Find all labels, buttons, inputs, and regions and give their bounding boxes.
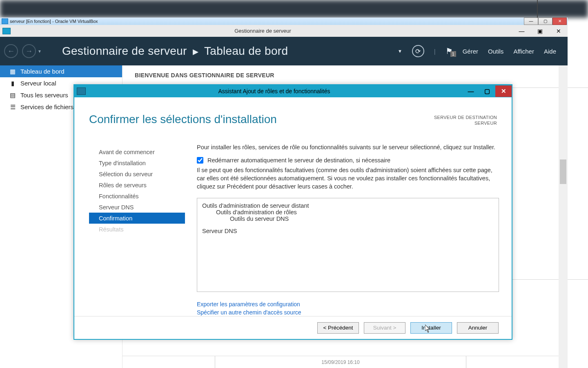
wizard-step-server-selection[interactable]: Sélection du serveur xyxy=(89,168,185,180)
wizard-step-results: Résultats xyxy=(89,224,185,235)
virtualbox-maximize-button[interactable]: ▢ xyxy=(538,18,552,25)
band-separator: | xyxy=(434,48,436,55)
wizard-window-controls: — ▢ ✕ xyxy=(463,85,512,97)
virtualbox-minimize-button[interactable]: — xyxy=(524,18,538,25)
wizard-intro-paragraph: Pour installer les rôles, services de rô… xyxy=(197,143,499,151)
previous-button[interactable]: < Précédent xyxy=(317,322,359,334)
wizard-titlebar: Assistant Ajout de rôles et de fonctionn… xyxy=(74,85,512,97)
wizard-links: Exporter les paramètres de configuration… xyxy=(197,300,499,316)
virtualbox-title: serveur [En fonction] - Oracle VM Virtua… xyxy=(10,19,98,24)
wizard-note-paragraph: Il se peut que des fonctionnalités facul… xyxy=(197,166,499,191)
wizard-header: Confirmer les sélections d'installation … xyxy=(74,97,512,130)
wizard-step-install-type[interactable]: Type d'installation xyxy=(89,157,185,168)
list-item: Serveur DNS xyxy=(202,228,494,234)
list-item: Outils d'administration de rôles xyxy=(216,209,494,215)
server-manager-minimize-button[interactable]: — xyxy=(512,25,531,36)
cancel-button[interactable]: Annuler xyxy=(457,322,499,334)
servers-icon: ▤ xyxy=(9,92,16,98)
restart-checkbox-label: Redémarrer automatiquement le serveur de… xyxy=(207,157,390,164)
wizard-page-title: Confirmer les sélections d'installation xyxy=(89,113,277,126)
refresh-button[interactable]: ⟳ xyxy=(412,45,424,57)
server-manager-band: ← → ▼ Gestionnaire de serveur ▸ Tableau … xyxy=(0,37,568,65)
restart-checkbox[interactable] xyxy=(197,157,203,164)
export-config-link[interactable]: Exporter les paramètres de configuration xyxy=(197,300,499,308)
menu-view[interactable]: Afficher xyxy=(513,48,534,55)
list-gap xyxy=(202,222,494,228)
nav-back-button[interactable]: ← xyxy=(4,44,18,58)
wizard-destination-info: SERVEUR DE DESTINATION SERVEUR xyxy=(434,114,497,126)
server-icon: ▮ xyxy=(9,81,16,86)
server-manager-window-controls: — ▣ ✕ xyxy=(512,25,568,36)
breadcrumb-page[interactable]: Tableau de bord xyxy=(204,45,288,58)
wizard-maximize-button[interactable]: ▢ xyxy=(479,85,495,97)
wizard-body: Confirmer les sélections d'installation … xyxy=(74,97,512,339)
wizard-step-dns-server[interactable]: Serveur DNS xyxy=(89,202,185,213)
notifications-flag-button[interactable]: ⚑ 1 xyxy=(445,46,453,56)
server-manager-close-button[interactable]: ✕ xyxy=(549,25,568,36)
wizard-selection-list[interactable]: Outils d'administration de serveur dista… xyxy=(197,198,499,292)
wizard-dest-label: SERVEUR DE DESTINATION xyxy=(434,114,497,120)
wizard-content: Pour installer les rôles, services de rô… xyxy=(197,143,499,316)
virtualbox-titlebar: serveur [En fonction] - Oracle VM Virtua… xyxy=(0,18,568,25)
alternate-source-link[interactable]: Spécifier un autre chemin d'accès source xyxy=(197,308,499,316)
server-manager-maximize-button[interactable]: ▣ xyxy=(531,25,549,36)
virtualbox-icon xyxy=(2,18,8,24)
menu-help[interactable]: Aide xyxy=(544,48,556,55)
wizard-restart-checkbox-row[interactable]: Redémarrer automatiquement le serveur de… xyxy=(197,157,499,164)
server-manager-icon xyxy=(2,28,11,34)
wizard-icon xyxy=(77,88,86,95)
wizard-minimize-button[interactable]: — xyxy=(463,85,479,97)
welcome-heading: BIENVENUE DANS GESTIONNAIRE DE SERVEUR xyxy=(122,65,559,85)
host-blurred-top xyxy=(0,0,588,18)
scrollbar-thumb[interactable] xyxy=(560,159,566,184)
server-manager-title: Gestionnaire de serveur xyxy=(13,28,512,34)
band-dropdown-icon[interactable]: ▼ xyxy=(398,49,402,54)
notification-count-badge: 1 xyxy=(450,51,456,57)
virtualbox-window-controls: — ▢ ✕ xyxy=(524,18,567,25)
dashboard-icon: ▦ xyxy=(9,69,16,74)
add-roles-wizard: Assistant Ajout de rôles et de fonctionn… xyxy=(74,84,512,340)
next-button: Suivant > xyxy=(364,322,405,334)
nav-history-dropdown[interactable]: ▼ xyxy=(38,49,42,54)
nav-forward-button[interactable]: → xyxy=(22,44,36,58)
sidebar-item-label: Services de fichiers xyxy=(20,103,74,110)
wizard-dest-value: SERVEUR xyxy=(434,120,497,126)
breadcrumb-separator-icon: ▸ xyxy=(193,45,198,58)
sidebar-item-dashboard[interactable]: ▦ Tableau de bord xyxy=(0,65,122,77)
install-button[interactable]: Installer xyxy=(410,322,452,334)
wizard-footer: < Précédent Suivant > Installer Annuler xyxy=(74,316,512,339)
main-vertical-scrollbar[interactable] xyxy=(559,65,568,368)
breadcrumb-root[interactable]: Gestionnaire de serveur xyxy=(62,45,187,58)
host-divider xyxy=(537,0,538,18)
breadcrumb: Gestionnaire de serveur ▸ Tableau de bor… xyxy=(62,45,288,58)
wizard-step-server-roles[interactable]: Rôles de serveurs xyxy=(89,180,185,191)
list-item: Outils d'administration de serveur dista… xyxy=(202,202,494,209)
sidebar-item-label: Tableau de bord xyxy=(20,68,65,75)
wizard-step-features[interactable]: Fonctionnalités xyxy=(89,191,185,202)
menu-tools[interactable]: Outils xyxy=(488,48,503,55)
taskbar-clock: 15/09/2019 16:10 xyxy=(215,356,466,368)
menu-manage[interactable]: Gérer xyxy=(463,48,478,55)
server-manager-titlebar: Gestionnaire de serveur — ▣ ✕ xyxy=(0,25,568,37)
list-item: Outils du serveur DNS xyxy=(230,215,494,222)
files-icon: ☰ xyxy=(9,104,16,110)
sidebar-item-label: Tous les serveurs xyxy=(20,92,68,99)
wizard-close-button[interactable]: ✕ xyxy=(495,85,512,97)
wizard-step-before-you-begin[interactable]: Avant de commencer xyxy=(89,146,185,157)
band-right-group: ▼ ⟳ | ⚑ 1 Gérer Outils Afficher Aide xyxy=(398,45,568,57)
sidebar-item-label: Serveur local xyxy=(20,80,56,87)
wizard-step-confirmation[interactable]: Confirmation xyxy=(89,213,185,224)
wizard-title: Assistant Ajout de rôles et de fonctionn… xyxy=(86,88,463,94)
wizard-step-nav: Avant de commencer Type d'installation S… xyxy=(89,146,185,235)
taskbar: 15/09/2019 16:10 xyxy=(122,356,559,368)
virtualbox-close-button[interactable]: ✕ xyxy=(552,18,567,25)
